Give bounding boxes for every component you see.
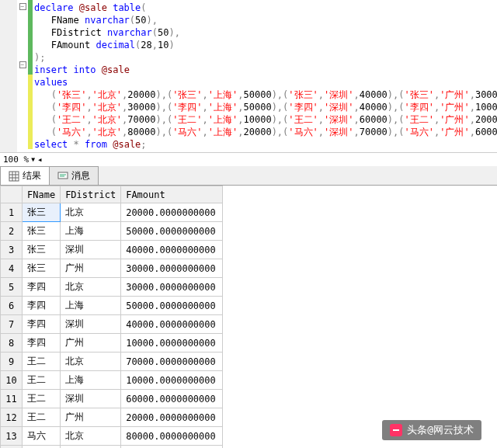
row-number: 8 [1, 334, 23, 352]
cell-fdistrict[interactable]: 深圳 [61, 241, 121, 259]
row-number: 1 [1, 203, 23, 222]
cell-fdistrict[interactable]: 北京 [61, 427, 121, 446]
cell-fname[interactable]: 张三 [23, 203, 61, 222]
cell-famount[interactable]: 60000.0000000000 [121, 390, 223, 408]
row-number: 10 [1, 371, 23, 390]
rownum-header [1, 186, 23, 203]
cell-fname[interactable]: 张三 [23, 241, 61, 259]
results-grid[interactable]: FName FDistrict FAmount 1 张三 北京 20000.00… [0, 186, 497, 448]
cell-fdistrict[interactable]: 北京 [61, 278, 121, 297]
results-tabs: 结果 消息 [0, 166, 497, 186]
cell-fdistrict[interactable]: 上海 [61, 222, 121, 241]
cell-famount[interactable]: 30000.0000000000 [121, 259, 223, 278]
row-number: 11 [1, 390, 23, 408]
message-icon [57, 171, 68, 182]
tab-label: 结果 [23, 169, 41, 182]
zoom-bar: 100 % ▼ ◂ [0, 152, 497, 166]
row-number: 3 [1, 241, 23, 259]
row-number: 5 [1, 278, 23, 297]
table-row[interactable]: 5 李四 北京 30000.0000000000 [1, 278, 223, 297]
row-number: 2 [1, 222, 23, 241]
results-table: FName FDistrict FAmount 1 张三 北京 20000.00… [0, 186, 223, 448]
watermark-text: 头条@网云技术 [407, 423, 474, 437]
table-row[interactable]: 10 王二 上海 10000.0000000000 [1, 371, 223, 390]
cell-fname[interactable]: 李四 [23, 297, 61, 315]
cell-famount[interactable]: 40000.0000000000 [121, 241, 223, 259]
cell-fname[interactable]: 王二 [23, 408, 61, 427]
cell-fname[interactable]: 马六 [23, 446, 61, 449]
cell-fdistrict[interactable]: 广州 [61, 334, 121, 352]
cell-fdistrict[interactable]: 上海 [61, 446, 121, 449]
grid-icon [9, 171, 19, 182]
col-header[interactable]: FDistrict [61, 186, 121, 203]
cell-fdistrict[interactable]: 深圳 [61, 390, 121, 408]
cell-fname[interactable]: 张三 [23, 222, 61, 241]
cell-fdistrict[interactable]: 北京 [61, 352, 121, 371]
watermark-icon [390, 424, 402, 436]
cell-fname[interactable]: 李四 [23, 315, 61, 334]
cell-fdistrict[interactable]: 上海 [61, 297, 121, 315]
svg-rect-0 [9, 172, 19, 181]
tab-results[interactable]: 结果 [0, 166, 50, 185]
sql-editor[interactable]: − − declare @sale table( FName nvarchar(… [0, 0, 497, 152]
cell-famount[interactable]: 50000.0000000000 [121, 297, 223, 315]
cell-fname[interactable]: 李四 [23, 278, 61, 297]
cell-fname[interactable]: 马六 [23, 427, 61, 446]
cell-famount[interactable]: 80000.0000000000 [121, 427, 223, 446]
zoom-dropdown-icon[interactable]: ▼ [31, 156, 35, 163]
table-row[interactable]: 4 张三 广州 30000.0000000000 [1, 259, 223, 278]
cell-fdistrict[interactable]: 广州 [61, 259, 121, 278]
watermark: 头条@网云技术 [382, 420, 481, 440]
row-number: 12 [1, 408, 23, 427]
cell-fdistrict[interactable]: 上海 [61, 371, 121, 390]
cell-famount[interactable]: 20000.0000000000 [121, 203, 223, 222]
fold-button[interactable]: − [19, 3, 26, 10]
cell-fname[interactable]: 王二 [23, 371, 61, 390]
cell-fname[interactable]: 王二 [23, 390, 61, 408]
cell-famount[interactable]: 70000.0000000000 [121, 352, 223, 371]
cell-famount[interactable]: 10000.0000000000 [121, 371, 223, 390]
cell-famount[interactable]: 30000.0000000000 [121, 278, 223, 297]
row-number: 9 [1, 352, 23, 371]
fold-button[interactable]: − [19, 61, 26, 68]
zoom-value[interactable]: 100 % [3, 155, 29, 165]
cell-fname[interactable]: 张三 [23, 259, 61, 278]
col-header[interactable]: FName [23, 186, 61, 203]
fold-column: − − [17, 0, 28, 152]
table-row[interactable]: 11 王二 深圳 60000.0000000000 [1, 390, 223, 408]
zoom-scrubber[interactable]: ◂ [37, 155, 43, 165]
code-area[interactable]: declare @sale table( FName nvarchar(50),… [33, 0, 497, 152]
cell-fdistrict[interactable]: 深圳 [61, 315, 121, 334]
table-row[interactable]: 6 李四 上海 50000.0000000000 [1, 297, 223, 315]
cell-famount[interactable]: 20000.0000000000 [121, 446, 223, 449]
tab-label: 消息 [71, 169, 90, 182]
cell-fdistrict[interactable]: 北京 [61, 203, 121, 222]
table-row[interactable]: 1 张三 北京 20000.0000000000 [1, 203, 223, 222]
editor-gutter [0, 0, 17, 152]
svg-rect-5 [58, 172, 68, 179]
row-number: 14 [1, 446, 23, 449]
cell-fname[interactable]: 王二 [23, 352, 61, 371]
row-number: 13 [1, 427, 23, 446]
row-number: 7 [1, 315, 23, 334]
cell-fdistrict[interactable]: 广州 [61, 408, 121, 427]
table-row[interactable]: 13 马六 北京 80000.0000000000 [1, 427, 223, 446]
cell-famount[interactable]: 10000.0000000000 [121, 334, 223, 352]
table-row[interactable]: 14 马六 上海 20000.0000000000 [1, 446, 223, 449]
table-row[interactable]: 8 李四 广州 10000.0000000000 [1, 334, 223, 352]
table-row[interactable]: 7 李四 深圳 40000.0000000000 [1, 315, 223, 334]
row-number: 6 [1, 297, 23, 315]
header-row: FName FDistrict FAmount [1, 186, 223, 203]
cell-famount[interactable]: 40000.0000000000 [121, 315, 223, 334]
table-row[interactable]: 2 张三 上海 50000.0000000000 [1, 222, 223, 241]
cell-fname[interactable]: 李四 [23, 334, 61, 352]
tab-messages[interactable]: 消息 [49, 166, 99, 185]
row-number: 4 [1, 259, 23, 278]
table-row[interactable]: 3 张三 深圳 40000.0000000000 [1, 241, 223, 259]
table-row[interactable]: 9 王二 北京 70000.0000000000 [1, 352, 223, 371]
cell-famount[interactable]: 20000.0000000000 [121, 408, 223, 427]
col-header[interactable]: FAmount [121, 186, 223, 203]
table-row[interactable]: 12 王二 广州 20000.0000000000 [1, 408, 223, 427]
cell-famount[interactable]: 50000.0000000000 [121, 222, 223, 241]
